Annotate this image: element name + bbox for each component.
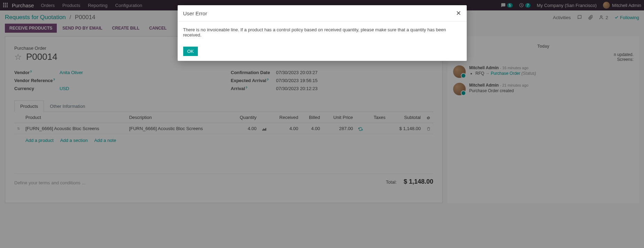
modal-title: User Error <box>183 10 207 16</box>
ok-button[interactable]: OK <box>183 47 198 56</box>
modal-body: There is no invoiceable line. If a produ… <box>178 22 467 43</box>
modal-header: User Error ✕ <box>178 5 467 22</box>
error-modal: User Error ✕ There is no invoiceable lin… <box>178 5 467 61</box>
close-icon[interactable]: ✕ <box>456 9 461 17</box>
modal-footer: OK <box>178 43 467 61</box>
